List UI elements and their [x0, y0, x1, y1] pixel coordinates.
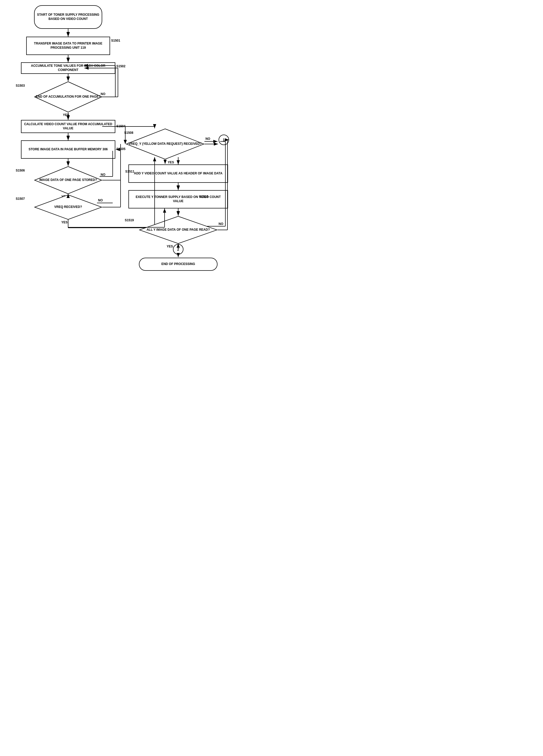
s1519-yes: YES	[167, 245, 173, 248]
s1511-label: ADD Y VIDEO COUNT VALUE AS HEADER OF IMA…	[134, 172, 222, 176]
s1506-no: NO	[101, 173, 105, 176]
s1502-ref: S1502	[116, 64, 125, 68]
s1502-node: ACCUMULATE TONE VALUES FOR EACH COLOR CO…	[21, 62, 115, 74]
s1503-ref: S1503	[16, 84, 25, 87]
s1505-node: STORE IMAGE DATA IN PAGE BUFFER MEMORY 3…	[21, 140, 115, 159]
s1515-ref: S1515	[199, 195, 208, 198]
s1505-label: STORE IMAGE DATA IN PAGE BUFFER MEMORY 3…	[29, 147, 108, 152]
s1508-yes: YES	[168, 161, 174, 164]
s1501-node: TRANSFER IMAGE DATA TO PRINTER IMAGE PRO…	[26, 37, 110, 55]
s1507-ref: S1507	[16, 197, 25, 201]
s1511-ref: S1511	[125, 170, 134, 173]
s1508-no: NO	[205, 137, 210, 141]
s1504-ref: S1504	[116, 124, 125, 128]
start-node: START OF TONER SUPPLY PROCESSING BASED O…	[34, 5, 102, 29]
s1503-yes: YES	[63, 113, 69, 117]
flowchart: START OF TONER SUPPLY PROCESSING BASED O…	[0, 0, 236, 327]
s1507-node: VREQ RECEIVED?	[34, 194, 102, 220]
s1501-label: TRANSFER IMAGE DATA TO PRINTER IMAGE PRO…	[29, 42, 107, 50]
circle2-label: 2	[177, 247, 179, 251]
s1507-no: NO	[98, 198, 103, 202]
s1506-ref: S1506	[16, 169, 25, 172]
s1503-no: NO	[101, 92, 105, 96]
s1501-ref: S1501	[111, 39, 120, 42]
s1519-text: ALL Y IMAGE DATA OF ONE PAGE READ?	[146, 228, 210, 232]
circle1-label: 1	[223, 138, 225, 142]
s1519-no: NO	[218, 222, 223, 226]
s1506-text: IMAGE DATA OF ONE PAGE STORED?	[39, 178, 97, 182]
s1503-text: END OF ACCUMULATION FOR ONE PAGE?	[36, 95, 100, 99]
s1504-node: CALCULATE VIDEO COUNT VALUE FROM ACCUMUL…	[21, 120, 115, 133]
s1519-ref: S1519	[125, 218, 134, 222]
s1504-label: CALCULATE VIDEO COUNT VALUE FROM ACCUMUL…	[23, 122, 113, 130]
s1507-text: VREQ RECEIVED?	[54, 205, 82, 209]
start-label: START OF TONER SUPPLY PROCESSING BASED O…	[37, 13, 100, 21]
s1515-node: EXECUTE Y TONNER SUPPLY BASED ON VIDEO C…	[128, 190, 228, 208]
s1507-yes: YES	[61, 220, 68, 224]
s1508-ref: S1508	[124, 131, 133, 135]
end-node: END OF PROCESSING	[139, 258, 217, 271]
s1506-node: IMAGE DATA OF ONE PAGE STORED?	[34, 166, 102, 194]
circle2-node: 2	[173, 244, 183, 255]
circle1-node: 1	[218, 135, 229, 145]
end-label: END OF PROCESSING	[161, 262, 195, 266]
s1502-label: ACCUMULATE TONE VALUES FOR EACH COLOR CO…	[23, 64, 113, 72]
s1519-node: ALL Y IMAGE DATA OF ONE PAGE READ?	[139, 216, 217, 244]
s1505-ref: S1505	[116, 147, 125, 151]
s1503-node: END OF ACCUMULATION FOR ONE PAGE?	[34, 81, 102, 113]
s1515-label: EXECUTE Y TONNER SUPPLY BASED ON VIDEO C…	[131, 195, 225, 203]
s1508-text: VREQ_Y (YELLOW DATA REQUEST) RECEIVED?	[129, 142, 202, 146]
s1508-node: VREQ_Y (YELLOW DATA REQUEST) RECEIVED?	[126, 128, 204, 160]
s1511-node: ADD Y VIDEO COUNT VALUE AS HEADER OF IMA…	[128, 164, 228, 183]
